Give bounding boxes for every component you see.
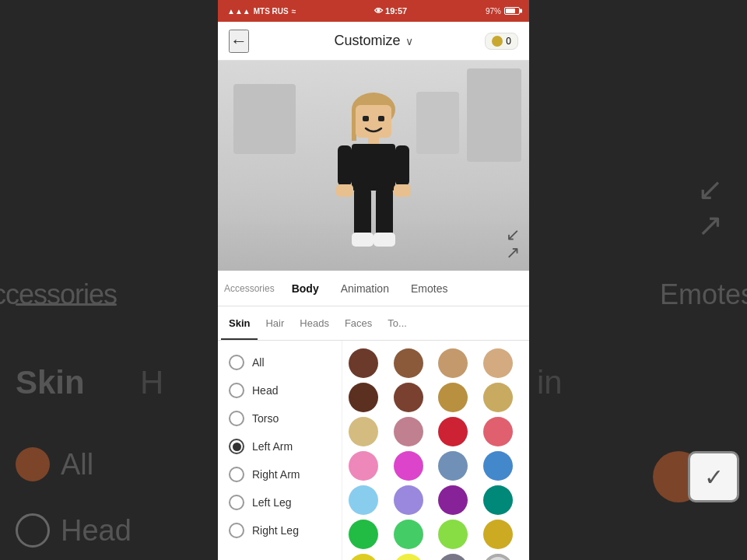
svg-rect-2 bbox=[356, 105, 391, 138]
color-swatch-c4[interactable] bbox=[483, 348, 513, 378]
body-parts-list: AllHeadTorsoLeft ArmRight ArmLeft LegRig… bbox=[218, 341, 342, 560]
status-right: 97% bbox=[486, 7, 520, 16]
svg-rect-11 bbox=[354, 189, 371, 236]
color-swatch-c24[interactable] bbox=[483, 520, 513, 549]
body-part-torso[interactable]: Torso bbox=[218, 404, 342, 432]
radio-all bbox=[229, 355, 244, 370]
bg-skin-label: Skin bbox=[16, 364, 85, 401]
color-swatch-c1[interactable] bbox=[349, 348, 378, 378]
header-title: Customize ∨ bbox=[334, 33, 412, 49]
tab-animation[interactable]: Animation bbox=[330, 271, 400, 306]
back-button[interactable]: ← bbox=[229, 30, 249, 53]
sub-tab-skin[interactable]: Skin bbox=[221, 307, 258, 341]
tab-body[interactable]: Body bbox=[281, 271, 330, 306]
tab-emotes[interactable]: Emotes bbox=[400, 271, 458, 306]
svg-rect-8 bbox=[395, 145, 409, 186]
sub-tab-torso[interactable]: To... bbox=[380, 307, 415, 341]
svg-rect-14 bbox=[374, 233, 395, 247]
bg-all-label: All bbox=[61, 448, 93, 481]
color-swatch-c19[interactable] bbox=[438, 485, 468, 515]
header: ← Customize ∨ 0 bbox=[218, 22, 529, 61]
compress-icon: ↙ bbox=[506, 226, 520, 243]
color-swatch-c13[interactable] bbox=[349, 451, 378, 481]
body-part-label-right_leg: Right Leg bbox=[252, 524, 299, 537]
bg-head-circle bbox=[16, 513, 50, 548]
radio-head bbox=[229, 383, 244, 398]
sub-tab-heads[interactable]: Heads bbox=[292, 307, 337, 341]
battery-icon bbox=[504, 7, 520, 15]
color-swatch-c10[interactable] bbox=[394, 417, 423, 446]
svg-rect-13 bbox=[352, 233, 374, 247]
expand-icon: ↗ bbox=[506, 244, 520, 261]
color-swatch-c15[interactable] bbox=[438, 451, 468, 481]
color-swatch-c3[interactable] bbox=[438, 348, 468, 378]
coins-badge: 0 bbox=[485, 33, 518, 50]
status-bar: ▲▲▲ MTS RUS ≈ 👁 19:57 97% bbox=[218, 0, 529, 22]
wifi-icon: ≈ bbox=[292, 7, 296, 16]
body-part-all[interactable]: All bbox=[218, 348, 342, 376]
character-svg bbox=[319, 88, 428, 259]
body-part-label-head: Head bbox=[252, 384, 278, 397]
color-swatch-c9[interactable] bbox=[349, 417, 378, 446]
coin-icon bbox=[492, 36, 503, 47]
color-swatch-c21[interactable] bbox=[349, 520, 378, 549]
bg-head-radio: Head bbox=[16, 513, 132, 548]
tabs-row: Accessories Body Animation Emotes bbox=[218, 271, 529, 306]
color-swatch-c28[interactable] bbox=[483, 554, 513, 560]
bg-underline bbox=[16, 303, 117, 306]
body-part-left_leg[interactable]: Left Leg bbox=[218, 488, 342, 516]
bg-block-right-tall bbox=[467, 68, 521, 162]
sub-tab-faces[interactable]: Faces bbox=[337, 307, 380, 341]
color-swatch-c5[interactable] bbox=[349, 383, 378, 412]
compress-button[interactable]: ↙ ↗ bbox=[506, 226, 520, 261]
body-part-right_arm[interactable]: Right Arm bbox=[218, 460, 342, 488]
color-grid bbox=[342, 341, 529, 560]
carrier-name: MTS RUS bbox=[254, 7, 289, 16]
svg-rect-5 bbox=[368, 136, 379, 144]
battery-pct: 97% bbox=[486, 7, 501, 16]
color-swatch-c20[interactable] bbox=[483, 485, 513, 515]
color-swatch-c25[interactable] bbox=[349, 554, 378, 560]
signal-bars: ▲▲▲ bbox=[227, 7, 251, 16]
color-swatch-c16[interactable] bbox=[483, 451, 513, 481]
bg-block-left bbox=[233, 84, 296, 154]
sub-tab-hair[interactable]: Hair bbox=[258, 307, 292, 341]
body-part-head[interactable]: Head bbox=[218, 376, 342, 404]
eye-icon: 👁 bbox=[374, 6, 383, 16]
body-part-label-all: All bbox=[252, 356, 265, 369]
svg-rect-7 bbox=[338, 145, 352, 186]
color-swatch-c11[interactable] bbox=[438, 417, 468, 446]
color-swatch-c14[interactable] bbox=[394, 451, 423, 481]
color-swatch-c2[interactable] bbox=[394, 348, 423, 378]
bg-h-label: H bbox=[140, 364, 163, 401]
color-swatch-c22[interactable] bbox=[394, 520, 423, 549]
status-time: 👁 19:57 bbox=[374, 6, 407, 16]
body-part-left_arm[interactable]: Left Arm bbox=[218, 432, 342, 460]
color-swatch-c27[interactable] bbox=[438, 554, 468, 560]
body-part-label-left_arm: Left Arm bbox=[252, 440, 293, 453]
bg-all-circle bbox=[16, 447, 50, 481]
color-swatch-c8[interactable] bbox=[483, 383, 513, 412]
color-swatch-c17[interactable] bbox=[349, 485, 378, 515]
sub-tabs-row: Skin Hair Heads Faces To... bbox=[218, 306, 529, 341]
radio-left_arm bbox=[229, 439, 244, 454]
color-swatch-c6[interactable] bbox=[394, 383, 423, 412]
bg-emotes-text: Emotes bbox=[660, 278, 747, 311]
radio-right_arm bbox=[229, 467, 244, 482]
color-swatch-c23[interactable] bbox=[438, 520, 468, 549]
radio-right_leg bbox=[229, 523, 244, 538]
tab-accessories[interactable]: Accessories bbox=[218, 271, 281, 306]
body-part-label-torso: Torso bbox=[252, 412, 279, 425]
color-swatch-c7[interactable] bbox=[438, 383, 468, 412]
color-swatch-c26[interactable] bbox=[394, 554, 423, 560]
color-swatch-c18[interactable] bbox=[394, 485, 423, 515]
color-swatch-c12[interactable] bbox=[483, 417, 513, 446]
bg-left-content: ccessories Skin H All Head bbox=[0, 0, 218, 560]
bg-right-content: Emotes ↙↗ ✓ in bbox=[529, 0, 747, 560]
dropdown-icon[interactable]: ∨ bbox=[405, 35, 413, 47]
phone-panel: ▲▲▲ MTS RUS ≈ 👁 19:57 97% ← Customize ∨ bbox=[218, 0, 529, 560]
body-part-right_leg[interactable]: Right Leg bbox=[218, 516, 342, 544]
content-area: AllHeadTorsoLeft ArmRight ArmLeft LegRig… bbox=[218, 341, 529, 560]
svg-rect-3 bbox=[363, 116, 369, 121]
bg-head-label: Head bbox=[61, 514, 132, 548]
